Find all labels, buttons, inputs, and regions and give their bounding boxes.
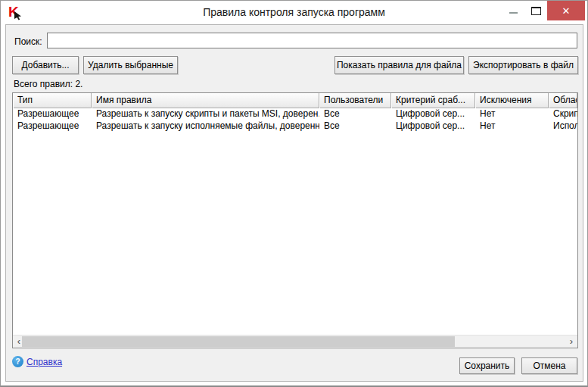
show-rules-for-file-button[interactable]: Показать правила для файла — [334, 56, 464, 74]
scrollbar-thumb[interactable] — [22, 336, 455, 347]
window-title: Правила контроля запуска программ — [1, 6, 587, 18]
save-button[interactable]: Сохранить — [459, 357, 515, 374]
dialog-body: Поиск: Добавить... Удалить выбранные Пок… — [5, 24, 583, 382]
table-row[interactable]: Разрешающее Разрешать к запуску исполняе… — [13, 120, 577, 133]
cell-rule-name: Разрешать к запуску исполняемые файлы, д… — [92, 120, 319, 133]
table-header-row: Тип Имя правила Пользователи Критерий ср… — [13, 93, 577, 108]
cell-scope: Исполняемые — [549, 120, 577, 133]
delete-selected-button[interactable]: Удалить выбранные — [83, 56, 178, 74]
cell-type: Разрешающее — [13, 108, 92, 120]
column-header-type[interactable]: Тип — [13, 93, 92, 108]
cell-scope: Скрипты — [549, 108, 577, 120]
add-button[interactable]: Добавить... — [12, 56, 79, 74]
maximize-icon — [531, 7, 541, 15]
table-body: Разрешающее Разрешать к запуску скрипты … — [13, 108, 577, 335]
cell-users: Все — [319, 108, 391, 120]
cell-users: Все — [319, 120, 391, 133]
column-header-trigger-criterion[interactable]: Критерий сраб... — [391, 93, 475, 108]
scroll-right-arrow-icon[interactable]: › — [565, 336, 577, 348]
dialog-window: K Правила контроля запуска программ ✕ По… — [0, 0, 588, 387]
maximize-button[interactable] — [524, 1, 547, 20]
cell-trigger-criterion: Цифровой сер... — [391, 108, 475, 120]
export-to-file-button[interactable]: Экспортировать в файл — [468, 56, 578, 74]
horizontal-scrollbar[interactable]: ‹ › — [13, 335, 577, 348]
minimize-button[interactable] — [502, 1, 524, 20]
close-icon: ✕ — [562, 5, 571, 17]
search-label: Поиск: — [14, 36, 42, 47]
cell-exclusions: Нет — [475, 120, 549, 133]
column-header-users[interactable]: Пользователи — [319, 93, 391, 108]
cell-trigger-criterion: Цифровой сер... — [391, 120, 475, 133]
rules-count-label: Всего правил: 2. — [14, 79, 82, 89]
cell-exclusions: Нет — [475, 108, 549, 120]
column-header-exclusions[interactable]: Исключения — [475, 93, 549, 108]
table-row[interactable]: Разрешающее Разрешать к запуску скрипты … — [13, 108, 577, 120]
minimize-icon — [509, 12, 518, 14]
rules-table: Тип Имя правила Пользователи Критерий ср… — [12, 92, 578, 348]
help-link[interactable]: Справка — [26, 357, 62, 367]
cell-rule-name: Разрешать к запуску скрипты и пакеты MSI… — [92, 108, 319, 120]
window-controls: ✕ — [502, 1, 585, 20]
cancel-button[interactable]: Отмена — [521, 357, 577, 374]
column-header-scope[interactable]: Область — [549, 93, 577, 108]
help-icon[interactable]: ? — [12, 356, 23, 367]
column-header-rule-name[interactable]: Имя правила — [92, 93, 319, 108]
close-button[interactable]: ✕ — [547, 1, 585, 20]
title-bar: K Правила контроля запуска программ ✕ — [1, 1, 587, 24]
search-input[interactable] — [47, 33, 577, 48]
cell-type: Разрешающее — [13, 120, 92, 133]
